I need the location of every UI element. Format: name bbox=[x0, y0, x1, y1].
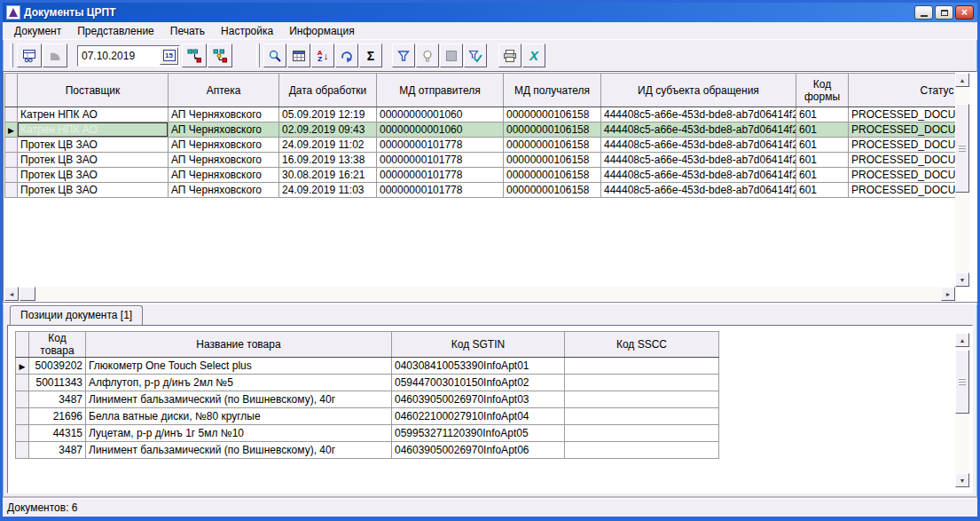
cell-subject-id[interactable]: 444408c5-a66e-453d-bde8-ab7d06414f23 bbox=[601, 107, 796, 122]
date-input[interactable] bbox=[78, 50, 160, 62]
cell-status[interactable]: PROCESSED_DOCU bbox=[849, 168, 956, 183]
route-documents-button[interactable] bbox=[208, 43, 232, 67]
cell-item-name[interactable]: Линимент бальзамический (по Вишневскому)… bbox=[86, 442, 392, 459]
cell-item-code[interactable]: 44315 bbox=[29, 425, 86, 442]
col-header-md-receiver[interactable]: МД получателя bbox=[504, 74, 601, 107]
sort-button[interactable]: AZ ↓ bbox=[311, 43, 334, 67]
row-gutter[interactable] bbox=[5, 153, 18, 168]
list-item[interactable]: 50011343 Алфлутоп, р-р д/инъ 2мл №5 0594… bbox=[16, 375, 719, 391]
filter-button[interactable] bbox=[392, 43, 415, 67]
menu-document[interactable]: Документ bbox=[6, 23, 69, 39]
documents-vertical-scrollbar[interactable]: ▲ ▼ bbox=[955, 73, 969, 287]
row-gutter[interactable]: ▶ bbox=[16, 358, 29, 375]
cell-pharmacy[interactable]: АП Черняховского bbox=[169, 168, 279, 183]
cell-date[interactable]: 02.09.2019 09:43 bbox=[279, 122, 377, 138]
row-gutter[interactable] bbox=[5, 183, 18, 198]
excel-export-button[interactable]: X bbox=[522, 43, 545, 67]
list-item[interactable]: 3487 Линимент бальзамический (по Вишневс… bbox=[16, 442, 719, 459]
cell-item-name[interactable]: Луцетам, р-р д/инъ 1г 5мл №10 bbox=[86, 425, 392, 442]
cell-supplier[interactable]: Катрен НПК АО bbox=[18, 122, 169, 138]
col-header-date[interactable]: Дата обработки bbox=[279, 74, 377, 107]
list-item[interactable]: 3487 Линимент бальзамический (по Вишневс… bbox=[16, 391, 719, 408]
minimize-button[interactable] bbox=[914, 5, 933, 20]
cell-subject-id[interactable]: 444408c5-a66e-453d-bde8-ab7d06414f23 bbox=[601, 183, 796, 198]
col-header-item-name[interactable]: Название товара bbox=[86, 332, 392, 358]
row-gutter[interactable] bbox=[16, 442, 29, 459]
cell-sgtin[interactable]: 059953271120390InfoApt05 bbox=[392, 425, 565, 442]
cell-md-sender[interactable]: 00000000001060 bbox=[377, 122, 504, 138]
cell-md-receiver[interactable]: 00000000106158 bbox=[504, 138, 601, 153]
blank-button-disabled[interactable] bbox=[440, 43, 463, 67]
cell-sgtin[interactable]: 059447003010150InfoApt02 bbox=[392, 375, 565, 391]
cell-sscc[interactable] bbox=[565, 391, 719, 408]
filter-check-button[interactable] bbox=[464, 43, 487, 67]
cell-item-name[interactable]: Линимент бальзамический (по Вишневскому)… bbox=[86, 391, 392, 408]
table-row[interactable]: Протек ЦВ ЗАО АП Черняховского 30.08.201… bbox=[5, 168, 956, 183]
scrollbar-thumb[interactable] bbox=[20, 287, 35, 301]
cell-status[interactable]: PROCESSED_DOCU bbox=[849, 122, 956, 138]
cell-supplier[interactable]: Протек ЦВ ЗАО bbox=[18, 138, 169, 153]
col-header-sscc[interactable]: Код SSCC bbox=[565, 332, 719, 358]
scroll-right-button[interactable]: ► bbox=[941, 287, 955, 301]
cell-date[interactable]: 30.08.2019 16:21 bbox=[279, 168, 377, 183]
receive-documents-button[interactable] bbox=[182, 43, 207, 67]
cell-md-sender[interactable]: 00000000101778 bbox=[377, 183, 504, 198]
cell-pharmacy[interactable]: АП Черняховского bbox=[169, 107, 279, 122]
cell-sscc[interactable] bbox=[565, 375, 719, 391]
positions-vertical-scrollbar[interactable]: ▲ ▼ bbox=[955, 333, 969, 487]
scrollbar-thumb[interactable] bbox=[955, 104, 969, 193]
cell-date[interactable]: 24.09.2019 11:03 bbox=[279, 183, 377, 198]
cell-pharmacy[interactable]: АП Черняховского bbox=[169, 138, 279, 153]
cell-pharmacy[interactable]: АП Черняховского bbox=[169, 122, 279, 138]
scroll-down-button[interactable]: ▼ bbox=[955, 272, 969, 287]
list-item[interactable]: ▶ 50039202 Глюкометр One Touch Select pl… bbox=[16, 358, 719, 375]
cell-item-name[interactable]: Белла ватные диски, №80 круглые bbox=[86, 408, 392, 425]
cell-form-code[interactable]: 601 bbox=[796, 153, 849, 168]
cell-date[interactable]: 05.09.2019 12:19 bbox=[279, 107, 377, 122]
journal-button[interactable] bbox=[17, 43, 42, 67]
cell-item-code[interactable]: 3487 bbox=[29, 442, 86, 459]
cell-sscc[interactable] bbox=[565, 442, 719, 459]
cell-date[interactable]: 16.09.2019 13:38 bbox=[279, 153, 377, 168]
menu-settings[interactable]: Настройка bbox=[213, 23, 281, 39]
row-gutter[interactable] bbox=[5, 138, 18, 153]
hint-button[interactable] bbox=[416, 43, 439, 67]
cell-form-code[interactable]: 601 bbox=[796, 107, 849, 122]
row-gutter[interactable] bbox=[16, 408, 29, 425]
col-header-md-sender[interactable]: МД отправителя bbox=[377, 74, 504, 107]
cell-md-sender[interactable]: 00000000101778 bbox=[377, 153, 504, 168]
cell-supplier[interactable]: Протек ЦВ ЗАО bbox=[18, 183, 169, 198]
sum-button[interactable]: Σ bbox=[359, 43, 382, 67]
table-row[interactable]: Протек ЦВ ЗАО АП Черняховского 24.09.201… bbox=[5, 138, 956, 153]
cell-status[interactable]: PROCESSED_DOCU bbox=[849, 153, 956, 168]
cell-md-receiver[interactable]: 00000000106158 bbox=[504, 183, 601, 198]
menu-print[interactable]: Печать bbox=[162, 23, 213, 39]
grid-settings-button[interactable] bbox=[287, 43, 310, 67]
cell-item-code[interactable]: 50011343 bbox=[29, 375, 86, 391]
cell-pharmacy[interactable]: АП Черняховского bbox=[169, 183, 279, 198]
col-header-status[interactable]: Статус bbox=[849, 74, 956, 107]
row-gutter[interactable] bbox=[5, 168, 18, 183]
table-row[interactable]: Протек ЦВ ЗАО АП Черняховского 24.09.201… bbox=[5, 183, 956, 198]
cell-form-code[interactable]: 601 bbox=[796, 183, 849, 198]
cell-subject-id[interactable]: 444408c5-a66e-453d-bde8-ab7d06414f23 bbox=[601, 138, 796, 153]
col-header-supplier[interactable]: Поставщик bbox=[18, 74, 169, 107]
cell-sscc[interactable] bbox=[565, 358, 719, 375]
cell-sgtin[interactable]: 046039050026970InfoApt03 bbox=[392, 391, 565, 408]
row-gutter[interactable] bbox=[16, 391, 29, 408]
splitter[interactable] bbox=[3, 302, 977, 304]
table-row[interactable]: Катрен НПК АО АП Черняховского 05.09.201… bbox=[5, 107, 956, 122]
cell-md-receiver[interactable]: 00000000106158 bbox=[504, 153, 601, 168]
cell-md-receiver[interactable]: 00000000106158 bbox=[504, 122, 601, 138]
col-header-form-code[interactable]: Код формы bbox=[796, 74, 849, 107]
cell-item-code[interactable]: 21696 bbox=[29, 408, 86, 425]
menu-information[interactable]: Информация bbox=[281, 23, 362, 39]
cell-status[interactable]: PROCESSED_DOCU bbox=[849, 183, 956, 198]
table-row-selected[interactable]: ▶ Катрен НПК АО АП Черняховского 02.09.2… bbox=[5, 122, 956, 138]
preview-button-disabled[interactable] bbox=[43, 43, 67, 67]
calendar-button[interactable]: 15 bbox=[160, 47, 178, 65]
cell-form-code[interactable]: 601 bbox=[796, 168, 849, 183]
scroll-up-button[interactable]: ▲ bbox=[955, 73, 969, 87]
cell-sgtin[interactable]: 040308410053390InfoApt01 bbox=[392, 358, 565, 375]
scroll-left-button[interactable]: ◄ bbox=[4, 287, 19, 301]
